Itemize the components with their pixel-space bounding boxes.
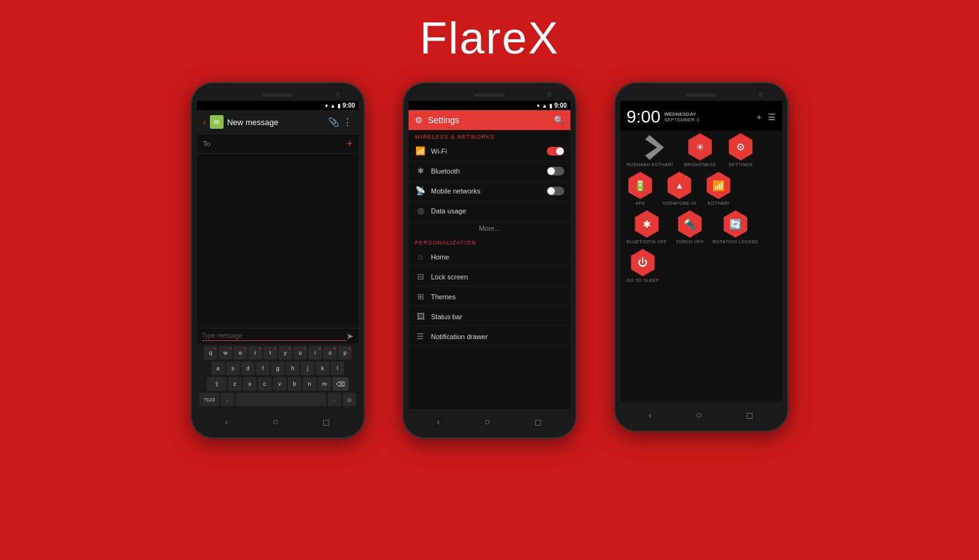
settings-statusbar-item[interactable]: 🖼 Status bar [409,307,570,327]
phone2-screen: ▾ ▲ ▮ 9:00 ⚙ Settings 🔍 WIRELESS & NETWO… [409,101,570,409]
settings-hex: ⚙ [727,133,754,161]
key-u[interactable]: u7 [293,346,307,360]
back-nav2[interactable]: ‹ [437,417,440,427]
settings-mobile-item[interactable]: 📡 Mobile networks [409,181,570,201]
key-c[interactable]: c [258,377,272,391]
torch-btn[interactable]: 🔦 TORCH OFF [676,210,704,244]
key-d[interactable]: d [241,362,255,375]
section-label-personalization: PERSONALIZATION [409,236,570,247]
rotation-label: ROTATION LOCKED [712,240,758,244]
key-g[interactable]: g [271,362,285,375]
bluetooth-btn[interactable]: ✱ BLUETOOTH OFF [627,210,667,244]
battery-hex: 🔋 [627,172,654,199]
key-s[interactable]: s [226,362,240,375]
list-icon[interactable]: ☰ [768,112,776,122]
sleep-label: GO TO SLEEP [627,278,659,282]
phone1-screen: ▾ ▲ ▮ 9:00 ‹ ✉ New message 📎 ⋮ To + [197,101,359,409]
msg-input-row: Type message ➤ [197,328,359,343]
notification-icon: ☰ [415,332,426,341]
sym-key[interactable]: ?123 [199,393,219,406]
key-f[interactable]: f [256,362,270,375]
back-icon[interactable]: ‹ [203,117,206,127]
phone3-screen: 9:00 WEDNESDAY SEPTEMBER 3 + ☰ [620,101,782,402]
recent-nav2[interactable]: ◻ [534,417,542,427]
back-nav[interactable]: ‹ [225,417,229,427]
space-key[interactable] [235,393,326,406]
battery-btn[interactable]: 🔋 44% [627,172,654,205]
section-label-wireless: WIRELESS & NETWORKS [409,130,570,141]
mobile-toggle[interactable] [547,187,564,195]
launcher-date: SEPTEMBER 3 [664,117,699,123]
phone1-speaker [262,93,293,97]
home-icon: ⌂ [415,252,426,261]
themes-icon: ⊞ [415,292,426,301]
key-q[interactable]: q1 [204,346,217,360]
recent-nav3[interactable]: ◻ [746,410,754,420]
rotation-btn[interactable]: 🔄 ROTATION LOCKED [712,210,758,244]
kothari-btn[interactable]: 📶 KOTHARI [705,172,732,205]
key-b[interactable]: b [288,377,301,391]
settings-bluetooth-item[interactable]: ✱ Bluetooth [409,161,570,181]
more-options[interactable]: More... [409,221,570,236]
home-nav[interactable]: ○ [273,416,279,427]
attach-icon[interactable]: 📎 [328,117,339,127]
key-o[interactable]: o9 [323,346,337,360]
plus-icon[interactable]: + [757,112,762,122]
vodafone-hex: ▲ ✕ [666,172,693,199]
settings-wifi-item[interactable]: 📶 Wi-Fi [409,141,570,161]
phone2-status-icons: ▾ ▲ ▮ 9:00 [537,102,567,109]
send-button[interactable]: ➤ [346,331,354,341]
key-k[interactable]: k [316,362,329,375]
key-h[interactable]: h [286,362,300,375]
vodafone-btn[interactable]: ▲ ✕ VODAFONE IN [663,172,696,205]
messaging-app: ‹ ✉ New message 📎 ⋮ To + Type message ➤ [197,110,359,409]
key-i[interactable]: i8 [308,346,322,360]
comma-key[interactable]: , [220,393,234,406]
statusbar-text: Status bar [431,313,564,320]
key-n[interactable]: n~ [303,377,316,391]
key-v[interactable]: v [273,377,286,391]
sleep-btn[interactable]: ⏻ GO TO SLEEP [627,249,659,282]
brightness-label: BRIGHTNESS [684,162,716,167]
shift-key[interactable]: ⇧ [207,377,227,391]
mobile-icon: 📡 [415,186,426,195]
delete-key[interactable]: ⌫ [333,377,349,391]
grid-row4: ⏻ GO TO SLEEP [620,249,782,282]
key-m[interactable]: m` [318,377,331,391]
settings-btn[interactable]: ⚙ SETTINGS [727,133,754,167]
bluetooth-toggle[interactable] [547,167,564,175]
key-l[interactable]: l [331,362,344,375]
phone-messaging: ▾ ▲ ▮ 9:00 ‹ ✉ New message 📎 ⋮ To + [191,82,365,439]
period-key[interactable]: . [328,393,341,406]
phone1-bottom: ‹ ○ ◻ [197,414,359,430]
key-w[interactable]: w2 [219,346,232,360]
home-nav2[interactable]: ○ [485,416,491,427]
add-recipient-button[interactable]: + [347,138,352,149]
home-text: Home [431,253,564,261]
key-r[interactable]: r4 [248,346,262,360]
keyboard: q1 w2 e3 r4 t5 y6 u7 i8 o9 p0 a s [197,343,359,409]
brightness-btn[interactable]: ☀ BRIGHTNESS [684,133,716,167]
key-x[interactable]: x [243,377,257,391]
settings-lock-item[interactable]: ⊟ Lock screen [409,267,570,287]
settings-themes-item[interactable]: ⊞ Themes [409,287,570,307]
settings-search-icon[interactable]: 🔍 [554,115,564,125]
wifi-toggle[interactable] [547,147,564,156]
key-t[interactable]: t5 [263,346,277,360]
key-z[interactable]: z [228,377,242,391]
recent-nav[interactable]: ◻ [323,417,330,427]
key-a[interactable]: a [211,362,225,375]
key-y[interactable]: y6 [278,346,292,360]
settings-home-item[interactable]: ⌂ Home [409,247,570,267]
more-icon[interactable]: ⋮ [343,116,352,128]
key-e[interactable]: e3 [234,346,247,360]
phone3-bottom: ‹ ○ ◻ [620,407,782,423]
back-nav3[interactable]: ‹ [649,410,652,420]
settings-data-item[interactable]: ◎ Data usage [409,201,570,221]
emoji-key[interactable]: ☺ [343,393,356,406]
home-nav3[interactable]: ○ [696,409,702,421]
key-j[interactable]: j [301,362,315,375]
key-p[interactable]: p0 [338,346,352,360]
settings-notification-item[interactable]: ☰ Notification drawer [409,327,570,347]
message-input[interactable]: Type message [202,331,346,341]
